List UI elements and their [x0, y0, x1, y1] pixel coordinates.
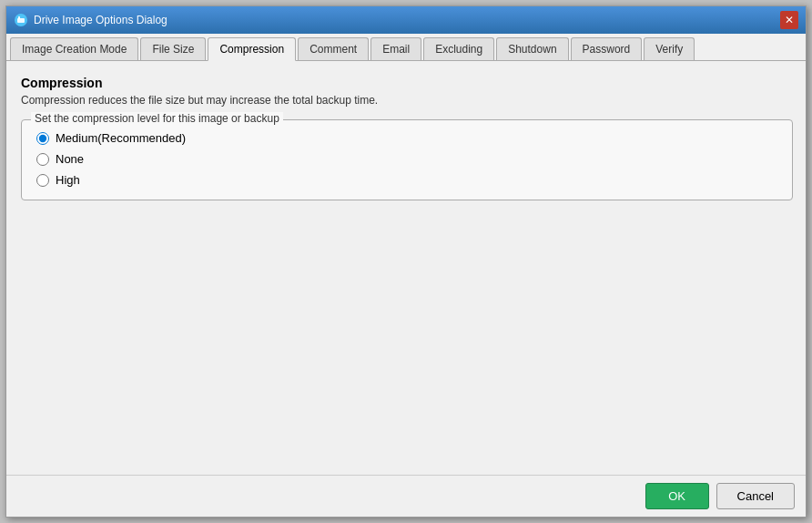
tab-compression[interactable]: Compression — [208, 37, 296, 61]
tab-content: Compression Compression reduces the file… — [6, 61, 806, 475]
title-bar: Drive Image Options Dialog ✕ — [6, 6, 806, 34]
tab-shutdown[interactable]: Shutdown — [496, 37, 568, 60]
radio-none-label: None — [56, 152, 84, 166]
radio-high[interactable] — [36, 174, 49, 187]
radio-high-label: High — [56, 173, 80, 187]
tab-image-creation-mode[interactable]: Image Creation Mode — [10, 37, 138, 60]
cancel-button[interactable]: Cancel — [716, 483, 795, 509]
compression-group: Set the compression level for this image… — [21, 119, 793, 200]
tab-verify[interactable]: Verify — [644, 37, 695, 60]
tab-email[interactable]: Email — [370, 37, 421, 60]
group-legend: Set the compression level for this image… — [31, 112, 283, 125]
close-button[interactable]: ✕ — [780, 11, 798, 29]
radio-medium[interactable] — [36, 132, 49, 145]
section-title: Compression — [21, 76, 791, 90]
radio-option-none[interactable]: None — [36, 152, 777, 166]
radio-none[interactable] — [36, 153, 49, 166]
title-bar-left: Drive Image Options Dialog — [14, 13, 167, 27]
radio-option-high[interactable]: High — [36, 173, 777, 187]
tab-password[interactable]: Password — [571, 37, 643, 60]
section-description: Compression reduces the file size but ma… — [21, 94, 791, 107]
dialog-title: Drive Image Options Dialog — [34, 14, 167, 26]
tabs-container: Image Creation Mode File Size Compressio… — [6, 34, 806, 61]
radio-option-medium[interactable]: Medium(Recommended) — [36, 131, 777, 145]
tab-file-size[interactable]: File Size — [140, 37, 206, 60]
ok-button[interactable]: OK — [645, 483, 709, 509]
footer: OK Cancel — [6, 475, 806, 517]
svg-rect-2 — [18, 16, 20, 19]
dialog: Drive Image Options Dialog ✕ Image Creat… — [5, 5, 807, 518]
app-icon — [14, 13, 28, 27]
tab-excluding[interactable]: Excluding — [423, 37, 494, 60]
radio-medium-label: Medium(Recommended) — [56, 131, 186, 145]
tab-comment[interactable]: Comment — [298, 37, 369, 60]
